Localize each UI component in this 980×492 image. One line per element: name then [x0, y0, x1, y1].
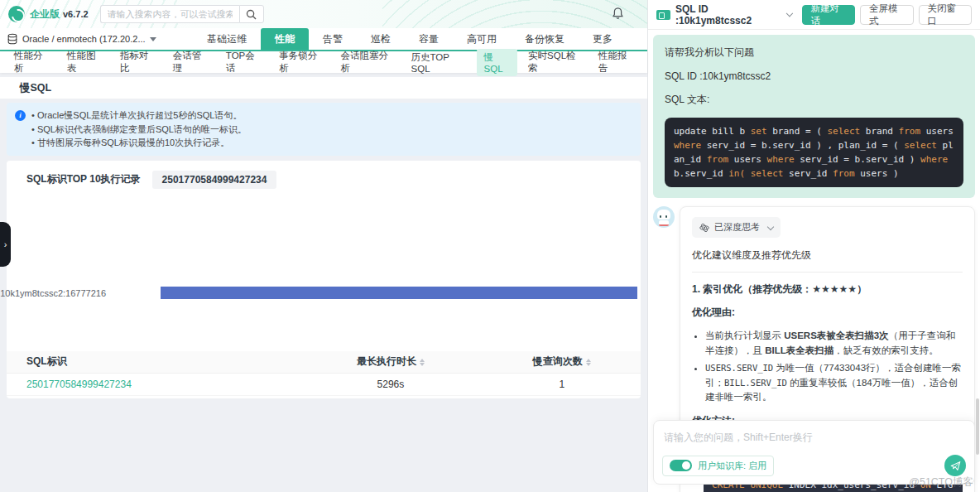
info-line: SQL标识代表强制绑定变量后SQL语句的唯一标识。: [31, 123, 632, 137]
topbar: 企业版 v6.7.2: [0, 0, 647, 28]
info-line: 甘特图展示每种SQL标识最慢的10次执行记录。: [31, 136, 632, 150]
brand-label: 企业版: [30, 7, 60, 22]
chat-input[interactable]: 请输入您的问题，Shift+Enter换行: [664, 431, 964, 445]
ai-avatar: [653, 206, 675, 228]
info-line: Oracle慢SQL是统计单次执行超过5秒的SQL语句。: [31, 109, 632, 123]
subtab-性能分析[interactable]: 性能分析: [7, 47, 56, 77]
new-chat-button[interactable]: 新建对话: [802, 5, 856, 25]
reason-bullets: 当前执行计划显示 USERS表被全表扫描3次（用于子查询和半连接），且 BILL…: [692, 329, 963, 405]
subtab-指标对比[interactable]: 指标对比: [113, 47, 162, 77]
slow-sql-card: SQL标识TOP 10执行记录 2501770584999427234 10k1…: [7, 161, 641, 398]
table-body: 25017705849994272345296s1: [7, 374, 641, 396]
deep-think-toggle[interactable]: 已深度思考: [692, 217, 781, 238]
subtab-会话管理[interactable]: 会话管理: [166, 47, 215, 77]
close-window-button[interactable]: 关闭窗口: [919, 5, 973, 25]
sql-id-tag[interactable]: 2501770584999427234: [152, 171, 277, 189]
user-sql-code-block: update bill b set brand = ( select brand…: [665, 118, 963, 187]
chat-body: 请帮我分析以下问题 SQL ID :10k1ym8tcssc2 SQL 文本: …: [648, 30, 980, 492]
reason-label: 优化理由:: [692, 306, 963, 320]
gantt-chart: 10k1ym8tcssc2:16777216 12/04 15:0512/04 …: [7, 194, 641, 351]
chevron-down-icon[interactable]: [786, 10, 793, 17]
duration-cell: 5296s: [298, 374, 483, 396]
info-lines: Oracle慢SQL是统计单次执行超过5秒的SQL语句。SQL标识代表强制绑定变…: [31, 109, 632, 150]
subtab-慢SQL[interactable]: 慢SQL: [477, 49, 517, 76]
ai-section-title: 优化建议维度及推荐优先级: [692, 248, 963, 263]
column-header-3[interactable]: 慢查询次数: [483, 351, 641, 374]
info-banner: i Oracle慢SQL是统计单次执行超过5秒的SQL语句。SQL标识代表强制绑…: [7, 103, 641, 156]
subtab-事务锁分析[interactable]: 事务锁分析: [271, 47, 329, 77]
subtab-实时SQL检索[interactable]: 实时SQL检索: [521, 47, 588, 77]
subtab-性能图表[interactable]: 性能图表: [60, 47, 109, 77]
table-header-row: SQL标识最长执行时长慢查询次数: [7, 351, 641, 374]
info-icon: i: [15, 110, 26, 121]
sort-icon[interactable]: [420, 359, 425, 366]
notification-bell-icon[interactable]: [612, 7, 624, 22]
chevron-down-icon: [150, 37, 156, 41]
deep-think-label: 已深度思考: [714, 221, 760, 234]
tab-高可用[interactable]: 高可用: [453, 28, 511, 50]
send-button[interactable]: [944, 455, 966, 476]
search-button[interactable]: [239, 5, 264, 23]
app-logo-icon: [8, 6, 25, 22]
ai-heading-1: 1. 索引优化（推荐优先级：★★★★★）: [692, 282, 963, 297]
column-header-1: SQL标识: [7, 351, 298, 374]
chat-header: SQL ID :10k1ym8tcssc2 新建对话 全屏模式 关闭窗口: [648, 0, 980, 30]
version-label: v6.7.2: [63, 9, 89, 19]
count-cell: 1: [483, 374, 641, 396]
search-input[interactable]: [100, 5, 239, 23]
column-header-2[interactable]: 最长执行时长: [298, 351, 483, 374]
fullscreen-button[interactable]: 全屏模式: [860, 5, 914, 25]
divider: [692, 272, 963, 273]
knowledge-base-label: 用户知识库: 启用: [698, 460, 766, 472]
reason-bullet: USERS.SERV_ID 为唯一值（77433043行），适合创建唯一索引；B…: [705, 361, 963, 405]
chat-title[interactable]: SQL ID :10k1ym8tcssc2: [675, 3, 779, 27]
scrollbar-thumb[interactable]: [976, 398, 979, 455]
user-message-line: SQL ID :10k1ym8tcssc2: [665, 70, 963, 82]
tab-容量[interactable]: 容量: [405, 28, 453, 50]
page-title: 慢SQL: [0, 77, 647, 99]
toggle-on-icon[interactable]: [670, 460, 692, 471]
sql-id-link[interactable]: 2501770584999427234: [26, 379, 132, 390]
user-message-line: SQL 文本:: [665, 93, 963, 107]
atom-icon: [699, 223, 709, 233]
search-icon: [246, 9, 257, 20]
subtab-TOP会话[interactable]: TOP会话: [219, 47, 268, 77]
global-search: [100, 5, 264, 23]
main-region: 企业版 v6.7.2 Oracle / enmotech (172.20.2..…: [0, 0, 647, 492]
sort-icon[interactable]: [586, 359, 591, 366]
knowledge-base-toggle[interactable]: 用户知识库: 启用: [662, 456, 774, 476]
watermark: @51CTO博客: [909, 475, 973, 490]
gantt-bar[interactable]: [161, 287, 637, 299]
chevron-right-icon: ›: [4, 239, 7, 249]
slow-sql-table: SQL标识最长执行时长慢查询次数 25017705849994272345296…: [7, 351, 641, 397]
chevron-down-icon: [767, 223, 774, 229]
paper-plane-icon: [950, 461, 961, 471]
table-row: 25017705849994272345296s1: [7, 374, 641, 396]
user-message-line: 请帮我分析以下问题: [665, 46, 963, 60]
ai-badge-icon: [656, 10, 670, 20]
sub-tabs: 性能分析性能图表指标对比会话管理TOP会话事务锁分析会话阻塞分析历史TOP SQ…: [0, 51, 647, 73]
gantt-section-label: SQL标识TOP 10执行记录: [26, 172, 141, 186]
subtab-历史TOP SQL[interactable]: 历史TOP SQL: [404, 49, 473, 76]
instance-label: Oracle / enmotech (172.20.2...: [22, 34, 146, 44]
subtab-性能报告[interactable]: 性能报告: [591, 47, 641, 77]
reason-bullet: 当前执行计划显示 USERS表被全表扫描3次（用于子查询和半连接），且 BILL…: [705, 329, 963, 359]
database-selector[interactable]: Oracle / enmotech (172.20.2...: [7, 33, 193, 45]
drawer-expand-toggle[interactable]: ›: [0, 222, 11, 267]
subtab-会话阻塞分析[interactable]: 会话阻塞分析: [334, 47, 401, 77]
ai-chat-panel: SQL ID :10k1ym8tcssc2 新建对话 全屏模式 关闭窗口 请帮我…: [647, 0, 980, 492]
user-message: 请帮我分析以下问题 SQL ID :10k1ym8tcssc2 SQL 文本: …: [653, 35, 975, 198]
gantt-row-label: 10k1ym8tcssc2:16777216: [0, 288, 106, 298]
database-icon: [7, 33, 18, 45]
